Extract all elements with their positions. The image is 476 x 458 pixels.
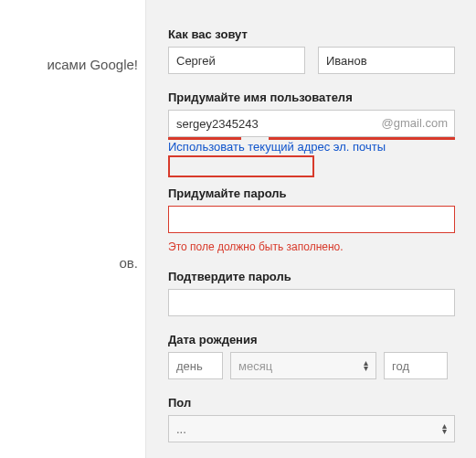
gender-select[interactable]: ... ▴▾: [168, 415, 455, 442]
stepper-icon: ▴▾: [442, 423, 447, 434]
name-label: Как вас зовут: [168, 27, 476, 41]
left-promo-column: исами Google! ов.: [0, 0, 146, 458]
confirm-password-input[interactable]: [168, 289, 455, 316]
dob-year-input[interactable]: [384, 352, 448, 379]
username-label: Придумайте имя пользователя: [168, 91, 476, 104]
dob-month-placeholder: месяц: [238, 359, 272, 373]
password-input[interactable]: [168, 206, 455, 233]
promo-text-2: ов.: [0, 255, 138, 271]
confirm-password-label: Подтвердите пароль: [168, 270, 476, 283]
first-name-input[interactable]: [168, 47, 305, 74]
dob-day-input[interactable]: [168, 352, 223, 379]
dob-month-select[interactable]: месяц ▴▾: [230, 352, 376, 379]
stepper-icon: ▴▾: [364, 360, 368, 371]
password-label: Придумайте пароль: [168, 186, 476, 200]
password-error: Это поле должно быть заполнено.: [168, 240, 476, 253]
dob-label: Дата рождения: [168, 333, 476, 346]
last-name-input[interactable]: [318, 47, 455, 74]
use-current-email-link[interactable]: Использовать текущий адрес эл. почты: [168, 140, 386, 154]
promo-text-1: исами Google!: [0, 57, 138, 72]
email-suffix: @gmail.com: [382, 110, 448, 137]
gender-value: ...: [176, 422, 186, 436]
gender-label: Пол: [168, 396, 476, 410]
signup-form: Как вас зовут Придумайте имя пользовател…: [146, 0, 476, 458]
annotation-box: [168, 155, 314, 177]
